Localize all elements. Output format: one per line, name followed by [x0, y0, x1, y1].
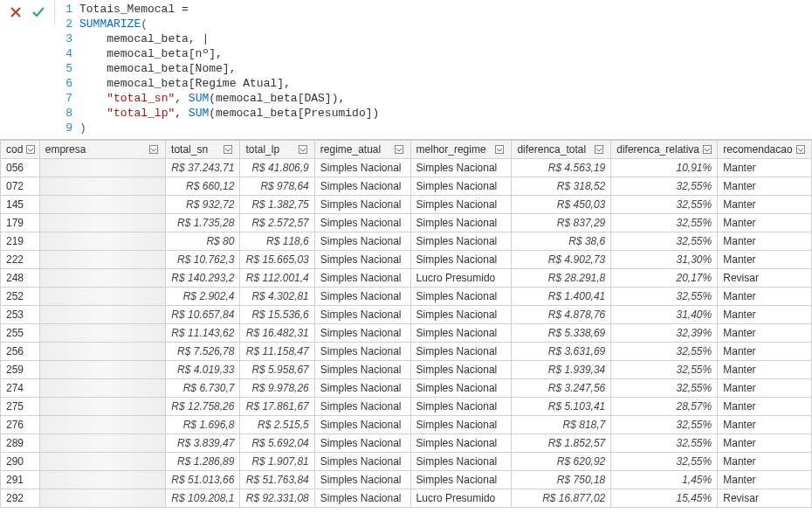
cell	[39, 232, 165, 251]
editor-line[interactable]: 8 "total_lp", SUM(memocal_beta[Presumido…	[55, 106, 812, 121]
line-code[interactable]: "total_sn", SUM(memocal_beta[DAS]),	[79, 91, 345, 106]
table-row[interactable]: 248R$ 140.293,2R$ 112.001,4Simples Nacio…	[1, 269, 812, 288]
table-row[interactable]: 255R$ 11.143,62R$ 16.482,31Simples Nacio…	[1, 324, 812, 343]
table-row[interactable]: 072R$ 660,12R$ 978,64Simples NacionalSim…	[1, 177, 812, 196]
cell: R$ 118,6	[240, 232, 314, 251]
cell	[39, 159, 165, 177]
line-code[interactable]: "total_lp", SUM(memocal_beta[Presumido])	[79, 106, 379, 121]
table-row[interactable]: 253R$ 10.657,84R$ 15.536,6Simples Nacion…	[1, 306, 812, 324]
cell: R$ 11.158,47	[240, 343, 314, 361]
filter-icon[interactable]	[224, 144, 234, 155]
table-row[interactable]: 259R$ 4.019,33R$ 5.958,67Simples Naciona…	[1, 361, 812, 379]
filter-icon[interactable]	[495, 144, 506, 155]
table-row[interactable]: 219R$ 80R$ 118,6Simples NacionalSimples …	[1, 232, 812, 251]
column-header-empresa[interactable]: empresa	[39, 141, 165, 159]
table-row[interactable]: 291R$ 51.013,66R$ 51.763,84Simples Nacio…	[1, 471, 812, 489]
cell: R$ 1.939,34	[512, 361, 611, 379]
cell: R$ 318,52	[512, 177, 611, 196]
cell: 072	[1, 177, 40, 196]
table-row[interactable]: 289R$ 3.839,47R$ 5.692,04Simples Naciona…	[1, 434, 812, 453]
editor-line[interactable]: 1Totais_Memocal =	[55, 2, 812, 17]
editor-line[interactable]: 9)	[55, 121, 812, 135]
column-header-diferenca_total[interactable]: diferenca_total	[512, 141, 611, 159]
line-code[interactable]: Totais_Memocal =	[79, 2, 189, 17]
cell: 28,57%	[611, 398, 718, 416]
filter-icon[interactable]	[149, 144, 160, 155]
line-code[interactable]: memocal_beta[Nome],	[79, 61, 236, 76]
table-row[interactable]: 256R$ 7.526,78R$ 11.158,47Simples Nacion…	[1, 343, 812, 361]
cell: Manter	[718, 196, 812, 214]
filter-icon[interactable]	[299, 144, 309, 155]
table-row[interactable]: 056R$ 37.243,71R$ 41.806,9Simples Nacion…	[1, 159, 812, 177]
cell: 259	[1, 361, 40, 379]
cell	[39, 489, 165, 508]
table-row[interactable]: 274R$ 6.730,7R$ 9.978,26Simples Nacional…	[1, 379, 812, 398]
editor-line[interactable]: 6 memocal_beta[Regime Atual],	[55, 76, 812, 91]
cell: R$ 4.302,81	[240, 288, 314, 306]
column-header-total_sn[interactable]: total_sn	[166, 141, 240, 159]
line-code[interactable]: memocal_beta, |	[79, 31, 209, 46]
column-header-recomendacao[interactable]: recomendacao	[718, 141, 812, 159]
column-header-diferenca_relativa[interactable]: diferenca_relativa	[611, 141, 718, 159]
cell: Simples Nacional	[410, 471, 512, 489]
dax-editor[interactable]: 1Totais_Memocal =2SUMMARIZE(3 memocal_be…	[55, 0, 812, 139]
column-label: empresa	[45, 143, 86, 156]
filter-icon[interactable]	[395, 144, 405, 155]
filter-icon[interactable]	[595, 144, 605, 155]
editor-line[interactable]: 5 memocal_beta[Nome],	[55, 61, 812, 76]
cell: Simples Nacional	[314, 398, 410, 416]
table-row[interactable]: 275R$ 12.758,26R$ 17.861,67Simples Nacio…	[1, 398, 812, 416]
column-header-total_lp[interactable]: total_lp	[240, 141, 314, 159]
line-code[interactable]: memocal_beta[Regime Atual],	[79, 76, 291, 91]
cell: Manter	[718, 379, 812, 398]
cell: Manter	[718, 288, 812, 306]
filter-icon[interactable]	[796, 144, 807, 155]
editor-line[interactable]: 4 memocal_beta[nº],	[55, 46, 812, 61]
cell: Manter	[718, 416, 812, 434]
column-header-melhor_regime[interactable]: melhor_regime	[410, 141, 512, 159]
table-row[interactable]: 252R$ 2.902,4R$ 4.302,81Simples Nacional…	[1, 288, 812, 306]
editor-line[interactable]: 2SUMMARIZE(	[55, 17, 812, 31]
cancel-button[interactable]	[7, 3, 24, 21]
filter-icon[interactable]	[703, 144, 713, 155]
cell	[39, 361, 165, 379]
cell: Simples Nacional	[410, 251, 512, 269]
editor-line[interactable]: 7 "total_sn", SUM(memocal_beta[DAS]),	[55, 91, 812, 106]
column-header-cod[interactable]: cod	[1, 141, 40, 159]
cell: 32,55%	[611, 288, 718, 306]
cell: R$ 1.907,81	[240, 453, 314, 471]
svg-rect-2	[224, 146, 232, 154]
cell: Simples Nacional	[410, 196, 512, 214]
table-row[interactable]: 290R$ 1.286,89R$ 1.907,81Simples Naciona…	[1, 453, 812, 471]
line-code[interactable]: memocal_beta[nº],	[79, 46, 223, 61]
cell	[39, 379, 165, 398]
cell: R$ 38,6	[512, 232, 611, 251]
line-number: 5	[55, 61, 79, 76]
cell: R$ 450,03	[512, 196, 611, 214]
cell: R$ 112.001,4	[240, 269, 314, 288]
cell: R$ 750,18	[512, 471, 611, 489]
cell: Simples Nacional	[314, 361, 410, 379]
cell: Manter	[718, 159, 812, 177]
editor-line[interactable]: 3 memocal_beta, |	[55, 31, 812, 46]
cell: R$ 978,64	[240, 177, 314, 196]
table-row[interactable]: 145R$ 932,72R$ 1.382,75Simples NacionalS…	[1, 196, 812, 214]
cell	[39, 324, 165, 343]
header-row: codempresatotal_sntotal_lpregime_atualme…	[1, 141, 812, 159]
cell: Simples Nacional	[410, 306, 512, 324]
filter-icon[interactable]	[26, 144, 37, 155]
column-header-regime_atual[interactable]: regime_atual	[314, 141, 410, 159]
table-row[interactable]: 179R$ 1.735,28R$ 2.572,57Simples Naciona…	[1, 214, 812, 232]
cell: Simples Nacional	[410, 343, 512, 361]
svg-rect-5	[496, 146, 504, 154]
table-row[interactable]: 292R$ 109.208,1R$ 92.331,08Simples Nacio…	[1, 489, 812, 508]
line-code[interactable]: SUMMARIZE(	[79, 17, 148, 31]
table-row[interactable]: 276R$ 1.696,8R$ 2.515,5Simples NacionalS…	[1, 416, 812, 434]
svg-rect-3	[299, 146, 306, 154]
table-row[interactable]: 222R$ 10.762,3R$ 15.665,03Simples Nacion…	[1, 251, 812, 269]
cell	[39, 398, 165, 416]
cell: Simples Nacional	[410, 453, 512, 471]
cell: 248	[1, 269, 40, 288]
commit-button[interactable]	[30, 3, 47, 21]
line-code[interactable]: )	[79, 121, 86, 135]
